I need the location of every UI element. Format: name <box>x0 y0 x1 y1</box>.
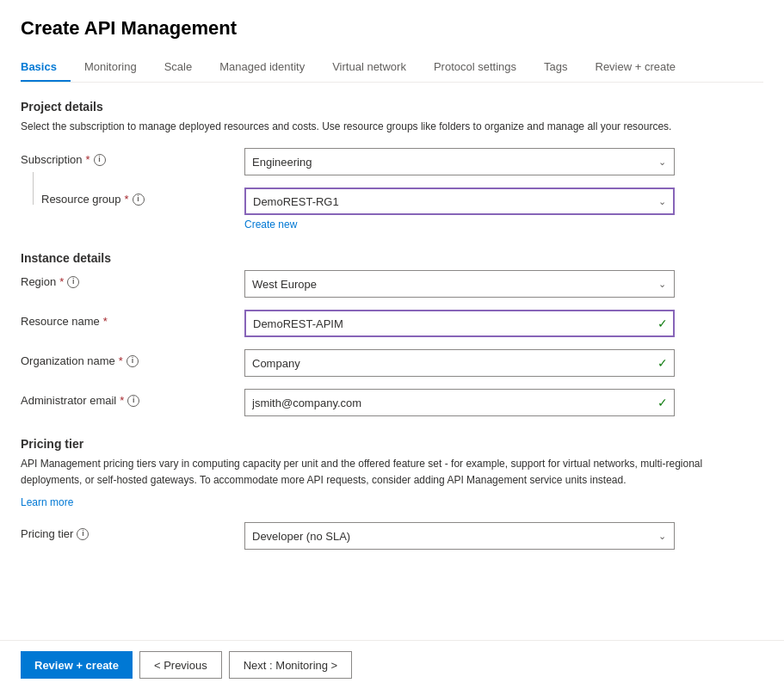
resource-group-info-icon[interactable]: i <box>133 194 145 206</box>
org-name-label-col: Organization name * i <box>21 349 244 367</box>
resource-group-dropdown[interactable]: DemoREST-RG1 <box>244 188 675 215</box>
org-name-row: Organization name * i ✓ <box>21 349 763 377</box>
tab-monitoring[interactable]: Monitoring <box>71 53 151 82</box>
pricing-tier-title: Pricing tier <box>21 437 763 451</box>
resource-name-label-col: Resource name * <box>21 310 244 328</box>
resource-name-input-wrapper: ✓ <box>244 310 675 337</box>
resource-group-label: Resource group <box>41 193 121 206</box>
admin-email-row: Administrator email * i ✓ <box>21 389 763 416</box>
tabs-nav: Basics Monitoring Scale Managed identity… <box>21 53 763 83</box>
pricing-tier-dropdown[interactable]: Developer (no SLA) <box>244 522 675 550</box>
instance-details-section: Instance details Region * i West Europe … <box>21 251 763 416</box>
tab-review-create[interactable]: Review + create <box>582 53 690 82</box>
instance-details-title: Instance details <box>21 251 763 265</box>
previous-button[interactable]: < Previous <box>139 651 222 679</box>
subscription-control: Engineering ⌄ <box>244 148 675 175</box>
page-title: Create API Management <box>21 17 763 40</box>
pricing-tier-label-col: Pricing tier i <box>21 522 244 540</box>
tab-tags[interactable]: Tags <box>530 53 581 82</box>
region-info-icon[interactable]: i <box>67 276 79 288</box>
subscription-info-icon[interactable]: i <box>94 154 106 166</box>
region-dropdown-wrapper: West Europe ⌄ <box>244 270 675 298</box>
admin-email-required: * <box>120 394 124 407</box>
project-details-description: Select the subscription to manage deploy… <box>21 119 726 134</box>
subscription-label: Subscription <box>21 153 83 166</box>
org-name-required: * <box>119 354 123 367</box>
tab-virtual-network[interactable]: Virtual network <box>318 53 420 82</box>
region-label: Region <box>21 275 56 288</box>
resource-name-row: Resource name * ✓ <box>21 310 763 337</box>
subscription-row: Subscription * i Engineering ⌄ <box>21 148 763 175</box>
region-required: * <box>59 275 64 288</box>
next-button[interactable]: Next : Monitoring > <box>229 651 352 679</box>
admin-email-input-wrapper: ✓ <box>244 389 675 416</box>
pricing-tier-label: Pricing tier <box>21 527 73 540</box>
org-name-input[interactable] <box>244 349 675 377</box>
footer: Review + create < Previous Next : Monito… <box>0 640 784 689</box>
project-details-section: Project details Select the subscription … <box>21 100 763 231</box>
review-create-button[interactable]: Review + create <box>21 651 133 679</box>
pricing-tier-info-icon[interactable]: i <box>77 528 89 540</box>
region-dropdown[interactable]: West Europe <box>244 270 675 298</box>
tab-basics[interactable]: Basics <box>21 53 71 82</box>
subscription-dropdown-wrapper: Engineering ⌄ <box>244 148 675 175</box>
org-name-control: ✓ <box>244 349 675 377</box>
subscription-label-col: Subscription * i <box>21 148 244 166</box>
resource-group-dropdown-wrapper: DemoREST-RG1 ⌄ <box>244 188 675 215</box>
admin-email-label-col: Administrator email * i <box>21 389 244 407</box>
tab-managed-identity[interactable]: Managed identity <box>206 53 318 82</box>
subscription-required: * <box>86 153 90 166</box>
tab-protocol-settings[interactable]: Protocol settings <box>420 53 530 82</box>
admin-email-info-icon[interactable]: i <box>127 395 139 407</box>
learn-more-link[interactable]: Learn more <box>21 496 73 508</box>
pricing-tier-control: Developer (no SLA) ⌄ <box>244 522 675 550</box>
admin-email-control: ✓ <box>244 389 675 416</box>
resource-name-label: Resource name <box>21 315 100 328</box>
subscription-dropdown[interactable]: Engineering <box>244 148 675 175</box>
region-row: Region * i West Europe ⌄ <box>21 270 763 298</box>
admin-email-input[interactable] <box>244 389 675 416</box>
resource-group-control: DemoREST-RG1 ⌄ Create new <box>244 188 675 231</box>
pricing-tier-description: API Management pricing tiers vary in com… <box>21 456 726 489</box>
create-new-link[interactable]: Create new <box>244 218 297 231</box>
resource-name-control: ✓ <box>244 310 675 337</box>
admin-email-label: Administrator email <box>21 394 116 407</box>
pricing-tier-dropdown-wrapper: Developer (no SLA) ⌄ <box>244 522 675 550</box>
resource-name-input[interactable] <box>244 310 675 337</box>
region-label-col: Region * i <box>21 270 244 288</box>
resource-name-required: * <box>103 315 108 328</box>
org-name-input-wrapper: ✓ <box>244 349 675 377</box>
resource-group-required: * <box>125 193 129 206</box>
resource-group-label-col: Resource group * i <box>21 188 244 206</box>
pricing-tier-row: Pricing tier i Developer (no SLA) ⌄ <box>21 522 763 550</box>
pricing-tier-section: Pricing tier API Management pricing tier… <box>21 437 763 550</box>
org-name-info-icon[interactable]: i <box>127 355 139 367</box>
resource-group-row: Resource group * i DemoREST-RG1 ⌄ Create… <box>21 188 763 231</box>
tab-scale[interactable]: Scale <box>151 53 207 82</box>
region-control: West Europe ⌄ <box>244 270 675 298</box>
project-details-title: Project details <box>21 100 763 114</box>
org-name-label: Organization name <box>21 354 115 367</box>
